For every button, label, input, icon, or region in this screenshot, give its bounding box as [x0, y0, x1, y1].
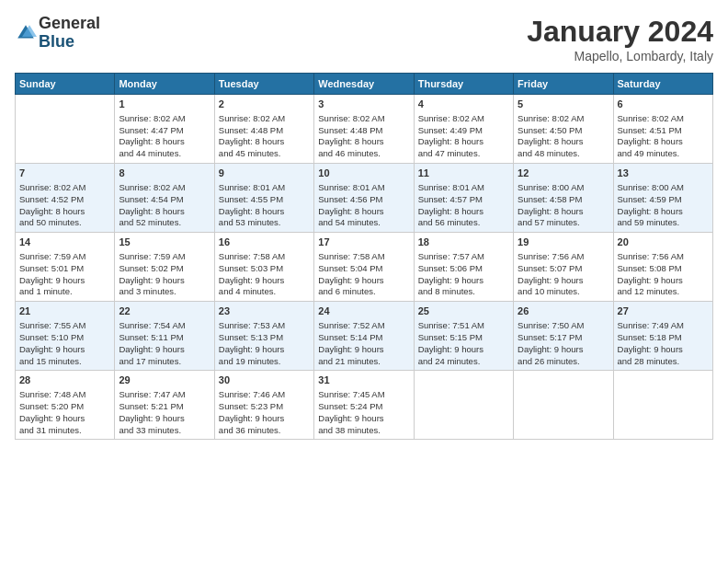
calendar-cell: 26Sunrise: 7:50 AMSunset: 5:17 PMDayligh…: [514, 302, 613, 371]
calendar-body: 1Sunrise: 8:02 AMSunset: 4:47 PMDaylight…: [16, 95, 713, 440]
cell-line: Sunrise: 7:46 AM: [219, 389, 285, 399]
cell-line: Sunrise: 7:53 AM: [219, 320, 285, 330]
cell-content: 15Sunrise: 7:59 AMSunset: 5:02 PMDayligh…: [119, 236, 210, 298]
cell-line: Sunrise: 8:02 AM: [618, 113, 684, 123]
calendar-cell: [414, 371, 513, 440]
cell-line: and 47 minutes.: [418, 148, 481, 158]
cell-content: 27Sunrise: 7:49 AMSunset: 5:18 PMDayligh…: [618, 304, 709, 367]
calendar-cell: 12Sunrise: 8:00 AMSunset: 4:58 PMDayligh…: [514, 164, 613, 233]
cell-line: Sunset: 4:48 PM: [318, 125, 382, 135]
cell-line: Sunrise: 8:02 AM: [518, 113, 584, 123]
calendar-cell: [514, 371, 613, 440]
month-title: January 2024: [527, 15, 713, 49]
cell-line: Daylight: 9 hours: [318, 344, 383, 354]
cell-content: 26Sunrise: 7:50 AMSunset: 5:17 PMDayligh…: [518, 304, 609, 367]
cell-line: Sunrise: 7:58 AM: [219, 251, 285, 261]
calendar-cell: 20Sunrise: 7:56 AMSunset: 5:08 PMDayligh…: [613, 233, 712, 302]
cell-line: Sunset: 5:21 PM: [119, 401, 183, 411]
calendar-cell: 4Sunrise: 8:02 AMSunset: 4:49 PMDaylight…: [414, 95, 513, 164]
cell-line: and 3 minutes.: [119, 286, 176, 296]
cell-line: Sunrise: 7:55 AM: [19, 320, 85, 330]
cell-line: Daylight: 8 hours: [418, 136, 483, 146]
cell-content: 12Sunrise: 8:00 AMSunset: 4:58 PMDayligh…: [518, 167, 609, 229]
cell-content: 11Sunrise: 8:01 AMSunset: 4:57 PMDayligh…: [418, 167, 509, 229]
cell-line: Daylight: 9 hours: [618, 275, 683, 285]
day-number: 17: [318, 236, 409, 249]
cell-line: Sunset: 5:07 PM: [518, 263, 582, 273]
cell-line: Sunset: 4:51 PM: [618, 125, 682, 135]
calendar-cell: 19Sunrise: 7:56 AMSunset: 5:07 PMDayligh…: [514, 233, 613, 302]
cell-line: Sunset: 5:14 PM: [318, 332, 382, 342]
cell-line: and 49 minutes.: [618, 148, 680, 158]
cell-line: Daylight: 9 hours: [219, 344, 284, 354]
cell-content: 24Sunrise: 7:52 AMSunset: 5:14 PMDayligh…: [318, 304, 409, 367]
cell-line: and 10 minutes.: [518, 286, 580, 296]
day-number: 23: [219, 304, 310, 318]
calendar-cell: 5Sunrise: 8:02 AMSunset: 4:50 PMDaylight…: [514, 95, 613, 164]
day-number: 31: [318, 373, 409, 387]
cell-line: Daylight: 9 hours: [418, 344, 483, 354]
cell-line: Sunset: 4:50 PM: [518, 125, 582, 135]
location: Mapello, Lombardy, Italy: [527, 49, 713, 63]
cell-line: and 52 minutes.: [119, 217, 181, 227]
calendar-cell: 30Sunrise: 7:46 AMSunset: 5:23 PMDayligh…: [214, 371, 313, 440]
header: General Blue January 2024 Mapello, Lomba…: [15, 15, 713, 63]
day-number: 22: [119, 304, 210, 318]
cell-line: Sunset: 4:54 PM: [119, 194, 183, 204]
cell-line: Sunrise: 8:00 AM: [618, 182, 684, 192]
cell-line: Sunset: 4:49 PM: [418, 125, 483, 135]
calendar-cell: 2Sunrise: 8:02 AMSunset: 4:48 PMDaylight…: [214, 95, 313, 164]
cell-line: Sunrise: 7:52 AM: [318, 320, 384, 330]
cell-content: 2Sunrise: 8:02 AMSunset: 4:48 PMDaylight…: [219, 98, 310, 160]
cell-content: 13Sunrise: 8:00 AMSunset: 4:59 PMDayligh…: [618, 167, 709, 229]
week-row-0: 1Sunrise: 8:02 AMSunset: 4:47 PMDaylight…: [16, 95, 713, 164]
cell-line: Sunrise: 8:02 AM: [219, 113, 285, 123]
cell-line: Sunset: 5:01 PM: [19, 263, 84, 273]
cell-line: and 56 minutes.: [418, 217, 481, 227]
cell-line: Sunset: 4:48 PM: [219, 125, 283, 135]
calendar-cell: 28Sunrise: 7:48 AMSunset: 5:20 PMDayligh…: [16, 371, 115, 440]
col-wednesday: Wednesday: [314, 74, 414, 95]
cell-line: Daylight: 8 hours: [618, 206, 683, 216]
cell-content: 31Sunrise: 7:45 AMSunset: 5:24 PMDayligh…: [318, 373, 409, 436]
cell-line: Sunset: 5:11 PM: [119, 332, 183, 342]
cell-line: Sunrise: 8:02 AM: [119, 182, 185, 192]
day-number: 6: [618, 98, 709, 111]
cell-line: Sunrise: 8:02 AM: [318, 113, 384, 123]
calendar-cell: 14Sunrise: 7:59 AMSunset: 5:01 PMDayligh…: [16, 233, 115, 302]
col-thursday: Thursday: [414, 74, 513, 95]
cell-line: Daylight: 9 hours: [219, 275, 284, 285]
week-row-2: 14Sunrise: 7:59 AMSunset: 5:01 PMDayligh…: [16, 233, 713, 302]
cell-content: 29Sunrise: 7:47 AMSunset: 5:21 PMDayligh…: [119, 373, 210, 436]
cell-line: Daylight: 9 hours: [19, 413, 85, 423]
cell-line: and 54 minutes.: [318, 217, 381, 227]
cell-line: and 4 minutes.: [219, 286, 276, 296]
cell-line: Daylight: 9 hours: [19, 344, 85, 354]
cell-line: Sunset: 5:04 PM: [318, 263, 382, 273]
cell-line: Sunset: 4:52 PM: [19, 194, 84, 204]
col-tuesday: Tuesday: [214, 74, 313, 95]
cell-content: 7Sunrise: 8:02 AMSunset: 4:52 PMDaylight…: [19, 167, 110, 229]
calendar-cell: 18Sunrise: 7:57 AMSunset: 5:06 PMDayligh…: [414, 233, 513, 302]
cell-line: Daylight: 9 hours: [19, 275, 85, 285]
cell-content: 25Sunrise: 7:51 AMSunset: 5:15 PMDayligh…: [418, 304, 509, 367]
cell-content: 23Sunrise: 7:53 AMSunset: 5:13 PMDayligh…: [219, 304, 310, 367]
cell-line: Sunset: 4:47 PM: [119, 125, 183, 135]
cell-line: Sunrise: 8:00 AM: [518, 182, 584, 192]
cell-line: and 1 minute.: [19, 286, 73, 296]
col-monday: Monday: [115, 74, 214, 95]
cell-content: 20Sunrise: 7:56 AMSunset: 5:08 PMDayligh…: [618, 236, 709, 298]
cell-content: 10Sunrise: 8:01 AMSunset: 4:56 PMDayligh…: [318, 167, 409, 229]
day-number: 5: [518, 98, 609, 111]
cell-line: Sunrise: 7:50 AM: [518, 320, 584, 330]
day-number: 25: [418, 304, 509, 318]
cell-content: 18Sunrise: 7:57 AMSunset: 5:06 PMDayligh…: [418, 236, 509, 298]
logo-general: General: [39, 15, 100, 33]
cell-line: and 21 minutes.: [318, 356, 381, 366]
cell-line: Sunset: 5:08 PM: [618, 263, 682, 273]
cell-line: Sunrise: 8:01 AM: [219, 182, 285, 192]
cell-line: Sunset: 5:23 PM: [219, 401, 283, 411]
cell-line: Sunrise: 8:01 AM: [318, 182, 384, 192]
cell-content: 22Sunrise: 7:54 AMSunset: 5:11 PMDayligh…: [119, 304, 210, 367]
day-number: 27: [618, 304, 709, 318]
